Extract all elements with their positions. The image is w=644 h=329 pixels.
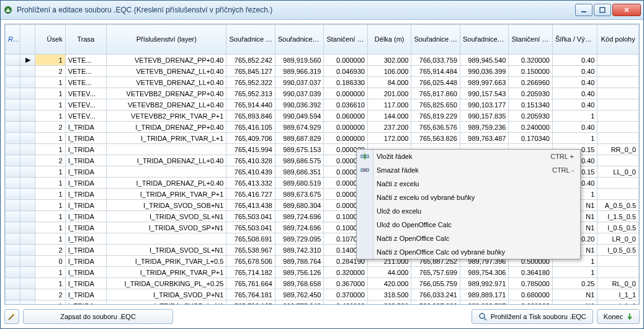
cell-x[interactable]: 989,788.764	[275, 256, 324, 267]
cell-x[interactable]: 989,680.519	[275, 178, 324, 189]
cell-y2[interactable]: 766,033.241	[411, 289, 460, 300]
cell-usek[interactable]: 1	[35, 211, 65, 222]
cell-trasa[interactable]: VETE...	[65, 55, 106, 66]
cell-y2[interactable]: 765,636.576	[411, 122, 460, 133]
cell-delka[interactable]: 144.000	[367, 110, 411, 122]
cell-stz[interactable]: 0.036610	[324, 99, 367, 110]
cell-x[interactable]: 989,686.575	[275, 155, 324, 166]
cell-y[interactable]: 765,415.994	[226, 144, 275, 155]
cell-layer[interactable]: I_TRIDA_SVOD_SL+N1	[107, 245, 226, 256]
cell-layer[interactable]: I_TRIDA_PRIK_TVAR_L+1	[107, 133, 226, 144]
cell-stk[interactable]: 0.205930	[509, 88, 552, 99]
cell-stk[interactable]: 0.320000	[509, 55, 552, 66]
cell-x[interactable]: 989,724.696	[275, 211, 324, 222]
cell-layer[interactable]: VETEVB_DRENAZ_LL+0.40	[107, 66, 226, 77]
cell-layer[interactable]: I_TRIDA_SVOD_P+N1	[107, 289, 226, 300]
cell-kod[interactable]	[597, 99, 639, 110]
cell-kod[interactable]	[597, 155, 639, 166]
cell-usek[interactable]: 2	[35, 66, 65, 77]
cell-stz[interactable]: 0.046930	[324, 66, 367, 77]
cell-kod[interactable]: I_1_1	[597, 300, 639, 305]
cell-usek[interactable]: 1	[35, 222, 65, 233]
col-stk[interactable]: Staničení konce (Km)	[509, 25, 552, 55]
cell-kod[interactable]: RL_0_0	[597, 278, 639, 289]
cell-delka[interactable]: 420.000	[367, 278, 411, 289]
cell-layer[interactable]: I_TRIDA_DRENAZ_LL+0.40	[107, 155, 226, 166]
cell-x[interactable]: 990,049.594	[275, 110, 324, 122]
cell-usek[interactable]: 1	[35, 166, 65, 178]
cell-x2[interactable]: 989,880.787	[460, 300, 509, 305]
cell-layer[interactable]: I_TRIDA_CURBKING_PL_+0.25	[107, 278, 226, 289]
cell-stz[interactable]: 0.186330	[324, 77, 367, 88]
cell-stk[interactable]: 0.205930	[509, 110, 552, 122]
col-delka[interactable]: Délka (m)	[367, 25, 411, 55]
table-row[interactable]: 1I_TRIDAI_TRIDA_PRIK_TVAR_P+1765,714.182…	[6, 267, 639, 278]
cell-layer[interactable]: I_TRIDA_SVOD_L+N1	[107, 300, 226, 305]
cell-layer[interactable]: I_TRIDA_SVOD_SL+N1	[107, 211, 226, 222]
cell-x[interactable]: 989,673.675	[275, 189, 324, 200]
cell-usek[interactable]: 1	[35, 77, 65, 88]
print-eqc-button[interactable]: Prohlížení a Tisk souboru .EQC	[472, 309, 593, 324]
cell-usek[interactable]: 1	[35, 300, 65, 305]
cell-y[interactable]: 765,796.125	[226, 300, 275, 305]
table-row[interactable]: ▶1VETE...VETEVB_DRENAZ_PP+0.40765,852.24…	[6, 55, 639, 66]
cell-usek[interactable]: 1	[35, 110, 65, 122]
cell-layer[interactable]: I_TRIDA_SVOD_SOB+N1	[107, 200, 226, 211]
cell-stz[interactable]: 0.320000	[324, 267, 367, 278]
cell-y2[interactable]: 766,055.759	[411, 278, 460, 289]
context-menu-item[interactable]: Ulož do OpenOffice Calc	[357, 218, 580, 232]
cell-x2[interactable]: 989,763.487	[460, 133, 509, 144]
cell-layer[interactable]: I_TRIDA_PRIK_TVAR_L+0.5	[107, 256, 226, 267]
cell-x[interactable]: 989,768.658	[275, 278, 324, 289]
col-kod[interactable]: Kód polohy	[597, 25, 639, 55]
cell-x[interactable]: 990,036.392	[275, 99, 324, 110]
cell-y[interactable]: 765,503.041	[226, 211, 275, 222]
table-row[interactable]: 1VETEV...VETEVBB2_DRENAZ_LL+0.40765,914.…	[6, 99, 639, 110]
cell-x[interactable]: 990,037.037	[275, 77, 324, 88]
cell-x[interactable]: 989,674.929	[275, 122, 324, 133]
cell-trasa[interactable]: I_TRIDA	[65, 211, 106, 222]
cell-stz[interactable]: 0.000000	[324, 55, 367, 66]
cell-sirka[interactable]: N1	[552, 289, 597, 300]
cell-trasa[interactable]: I_TRIDA	[65, 144, 106, 155]
save-eqc-button[interactable]: Zapsat do souboru .EQC	[23, 309, 173, 324]
cell-y[interactable]: 765,852.242	[226, 55, 275, 66]
cell-y[interactable]: 765,952.322	[226, 77, 275, 88]
table-row[interactable]: 2VETE...VETEVB_DRENAZ_LL+0.40765,845.127…	[6, 66, 639, 77]
cell-usek[interactable]: 1	[35, 278, 65, 289]
cell-kod[interactable]	[597, 178, 639, 189]
col-stz[interactable]: Staničení začátku (km)	[324, 25, 367, 55]
cell-stz[interactable]: 0.367000	[324, 278, 367, 289]
cell-stz[interactable]: 0.000000	[324, 88, 367, 99]
cell-trasa[interactable]: I_TRIDA	[65, 178, 106, 189]
context-menu-item[interactable]: Načti z OpenOffice Calc od vybrané buňky	[357, 245, 580, 259]
cell-usek[interactable]: 2	[35, 155, 65, 166]
col-x2[interactable]: Souřadnice X (m)	[460, 25, 509, 55]
col-x[interactable]: Souřadnice X (m)	[275, 25, 324, 55]
cell-sirka[interactable]: 0.40	[552, 122, 597, 133]
cell-delka[interactable]: 262.500	[367, 300, 411, 305]
table-row[interactable]: 1I_TRIDAI_TRIDA_PRIK_TVAR_L+1765,409.706…	[6, 133, 639, 144]
cell-x[interactable]: 989,729.095	[275, 233, 324, 245]
cell-stk[interactable]: 0.151340	[509, 99, 552, 110]
cell-sirka[interactable]: 1	[552, 110, 597, 122]
cell-usek[interactable]: 1	[35, 88, 65, 99]
cell-delka[interactable]: 318.500	[367, 289, 411, 300]
cell-trasa[interactable]: I_TRIDA	[65, 300, 106, 305]
tool-button[interactable]	[4, 309, 19, 324]
cell-kod[interactable]	[597, 55, 639, 66]
cell-sirka[interactable]: 1	[552, 267, 597, 278]
cell-trasa[interactable]: VETEV...	[65, 88, 106, 99]
cell-layer[interactable]: I_TRIDA_DRENAZ_PP+0.40	[107, 122, 226, 133]
cell-x[interactable]: 989,687.829	[275, 133, 324, 144]
cell-trasa[interactable]: I_TRIDA	[65, 122, 106, 133]
cell-x2[interactable]: 989,754.306	[460, 267, 509, 278]
cell-y[interactable]: 765,413.438	[226, 200, 275, 211]
cell-stk[interactable]: 0.785000	[509, 278, 552, 289]
cell-y[interactable]: 765,508.691	[226, 233, 275, 245]
cell-y[interactable]: 765,413.332	[226, 178, 275, 189]
cell-y2[interactable]: 766,007.026	[411, 300, 460, 305]
cell-layer[interactable]	[107, 144, 226, 155]
cell-trasa[interactable]: I_TRIDA	[65, 166, 106, 178]
context-menu-item[interactable]: Ulož do excelu	[357, 204, 580, 218]
